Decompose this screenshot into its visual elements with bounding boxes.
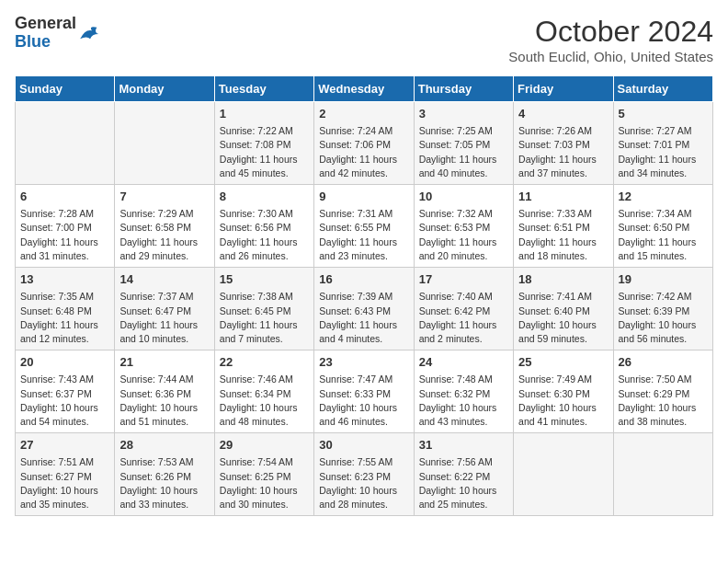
day-number: 5 bbox=[619, 106, 708, 122]
calendar-cell: 27Sunrise: 7:51 AM Sunset: 6:27 PM Dayli… bbox=[16, 433, 115, 516]
day-number: 25 bbox=[518, 354, 608, 371]
calendar-week-row: 20Sunrise: 7:43 AM Sunset: 6:37 PM Dayli… bbox=[16, 350, 713, 433]
cell-content: Sunrise: 7:54 AM Sunset: 6:25 PM Dayligh… bbox=[220, 455, 309, 511]
calendar-cell: 31Sunrise: 7:56 AM Sunset: 6:22 PM Dayli… bbox=[414, 433, 513, 516]
calendar-cell: 12Sunrise: 7:34 AM Sunset: 6:50 PM Dayli… bbox=[613, 185, 712, 268]
day-number: 31 bbox=[419, 437, 508, 454]
calendar-cell: 11Sunrise: 7:33 AM Sunset: 6:51 PM Dayli… bbox=[514, 185, 613, 268]
calendar-cell: 30Sunrise: 7:55 AM Sunset: 6:23 PM Dayli… bbox=[314, 433, 414, 516]
logo-bird-icon bbox=[78, 24, 104, 42]
cell-content: Sunrise: 7:25 AM Sunset: 7:05 PM Dayligh… bbox=[419, 124, 508, 180]
cell-content: Sunrise: 7:28 AM Sunset: 7:00 PM Dayligh… bbox=[20, 207, 109, 263]
calendar-day-header: Monday bbox=[115, 76, 214, 102]
calendar-day-header: Tuesday bbox=[214, 76, 313, 102]
calendar-day-header: Friday bbox=[514, 76, 613, 102]
calendar-cell: 10Sunrise: 7:32 AM Sunset: 6:53 PM Dayli… bbox=[414, 185, 513, 268]
day-number: 21 bbox=[119, 354, 209, 371]
calendar-cell: 9Sunrise: 7:31 AM Sunset: 6:55 PM Daylig… bbox=[314, 185, 414, 268]
day-number: 2 bbox=[319, 106, 408, 122]
calendar-cell: 17Sunrise: 7:40 AM Sunset: 6:42 PM Dayli… bbox=[414, 268, 513, 350]
calendar-cell: 15Sunrise: 7:38 AM Sunset: 6:45 PM Dayli… bbox=[214, 268, 313, 350]
calendar-cell: 18Sunrise: 7:41 AM Sunset: 6:40 PM Dayli… bbox=[514, 268, 613, 350]
logo: General Blue bbox=[15, 15, 104, 52]
cell-content: Sunrise: 7:39 AM Sunset: 6:43 PM Dayligh… bbox=[319, 290, 408, 346]
cell-content: Sunrise: 7:37 AM Sunset: 6:47 PM Dayligh… bbox=[119, 290, 209, 346]
day-number: 29 bbox=[220, 437, 309, 454]
cell-content: Sunrise: 7:34 AM Sunset: 6:50 PM Dayligh… bbox=[619, 207, 708, 263]
cell-content: Sunrise: 7:22 AM Sunset: 7:08 PM Dayligh… bbox=[220, 124, 309, 180]
calendar-week-row: 6Sunrise: 7:28 AM Sunset: 7:00 PM Daylig… bbox=[16, 185, 713, 268]
calendar-cell: 28Sunrise: 7:53 AM Sunset: 6:26 PM Dayli… bbox=[115, 433, 214, 516]
calendar-cell: 13Sunrise: 7:35 AM Sunset: 6:48 PM Dayli… bbox=[16, 268, 115, 350]
title-block: October 2024 South Euclid, Ohio, United … bbox=[508, 15, 713, 64]
day-number: 9 bbox=[319, 189, 408, 205]
cell-content: Sunrise: 7:24 AM Sunset: 7:06 PM Dayligh… bbox=[319, 124, 408, 180]
day-number: 18 bbox=[518, 271, 608, 288]
day-number: 6 bbox=[20, 189, 109, 205]
calendar-cell: 24Sunrise: 7:48 AM Sunset: 6:32 PM Dayli… bbox=[414, 350, 513, 433]
cell-content: Sunrise: 7:41 AM Sunset: 6:40 PM Dayligh… bbox=[518, 290, 608, 346]
cell-content: Sunrise: 7:49 AM Sunset: 6:30 PM Dayligh… bbox=[518, 373, 608, 429]
calendar-cell: 21Sunrise: 7:44 AM Sunset: 6:36 PM Dayli… bbox=[115, 350, 214, 433]
calendar-week-row: 27Sunrise: 7:51 AM Sunset: 6:27 PM Dayli… bbox=[16, 433, 713, 516]
calendar-day-header: Saturday bbox=[613, 76, 712, 102]
calendar-cell: 26Sunrise: 7:50 AM Sunset: 6:29 PM Dayli… bbox=[613, 350, 712, 433]
calendar-table: SundayMondayTuesdayWednesdayThursdayFrid… bbox=[15, 75, 713, 516]
day-number: 12 bbox=[619, 189, 708, 205]
calendar-cell: 6Sunrise: 7:28 AM Sunset: 7:00 PM Daylig… bbox=[16, 185, 115, 268]
cell-content: Sunrise: 7:46 AM Sunset: 6:34 PM Dayligh… bbox=[220, 373, 309, 429]
cell-content: Sunrise: 7:48 AM Sunset: 6:32 PM Dayligh… bbox=[419, 373, 508, 429]
day-number: 23 bbox=[319, 354, 408, 371]
cell-content: Sunrise: 7:27 AM Sunset: 7:01 PM Dayligh… bbox=[619, 124, 708, 180]
location-title: South Euclid, Ohio, United States bbox=[508, 49, 713, 64]
page-header: General Blue October 2024 South Euclid, … bbox=[15, 15, 713, 64]
cell-content: Sunrise: 7:43 AM Sunset: 6:37 PM Dayligh… bbox=[20, 373, 109, 429]
day-number: 7 bbox=[119, 189, 209, 205]
day-number: 13 bbox=[20, 271, 109, 288]
day-number: 8 bbox=[220, 189, 309, 205]
calendar-cell: 14Sunrise: 7:37 AM Sunset: 6:47 PM Dayli… bbox=[115, 268, 214, 350]
day-number: 4 bbox=[518, 106, 608, 122]
logo-general-text: General bbox=[15, 14, 76, 32]
cell-content: Sunrise: 7:53 AM Sunset: 6:26 PM Dayligh… bbox=[119, 455, 209, 511]
cell-content: Sunrise: 7:40 AM Sunset: 6:42 PM Dayligh… bbox=[419, 290, 508, 346]
calendar-cell: 5Sunrise: 7:27 AM Sunset: 7:01 PM Daylig… bbox=[613, 102, 712, 185]
calendar-cell: 8Sunrise: 7:30 AM Sunset: 6:56 PM Daylig… bbox=[214, 185, 313, 268]
calendar-cell: 4Sunrise: 7:26 AM Sunset: 7:03 PM Daylig… bbox=[514, 102, 613, 185]
cell-content: Sunrise: 7:42 AM Sunset: 6:39 PM Dayligh… bbox=[619, 290, 708, 346]
cell-content: Sunrise: 7:50 AM Sunset: 6:29 PM Dayligh… bbox=[619, 373, 708, 429]
calendar-cell: 19Sunrise: 7:42 AM Sunset: 6:39 PM Dayli… bbox=[613, 268, 712, 350]
day-number: 16 bbox=[319, 271, 408, 288]
day-number: 22 bbox=[220, 354, 309, 371]
calendar-cell bbox=[514, 433, 613, 516]
cell-content: Sunrise: 7:35 AM Sunset: 6:48 PM Dayligh… bbox=[20, 290, 109, 346]
cell-content: Sunrise: 7:51 AM Sunset: 6:27 PM Dayligh… bbox=[20, 455, 109, 511]
cell-content: Sunrise: 7:33 AM Sunset: 6:51 PM Dayligh… bbox=[518, 207, 608, 263]
calendar-cell: 7Sunrise: 7:29 AM Sunset: 6:58 PM Daylig… bbox=[115, 185, 214, 268]
day-number: 28 bbox=[119, 437, 209, 454]
calendar-cell: 2Sunrise: 7:24 AM Sunset: 7:06 PM Daylig… bbox=[314, 102, 414, 185]
calendar-cell: 29Sunrise: 7:54 AM Sunset: 6:25 PM Dayli… bbox=[214, 433, 313, 516]
cell-content: Sunrise: 7:55 AM Sunset: 6:23 PM Dayligh… bbox=[319, 455, 408, 511]
cell-content: Sunrise: 7:26 AM Sunset: 7:03 PM Dayligh… bbox=[518, 124, 608, 180]
day-number: 14 bbox=[119, 271, 209, 288]
day-number: 15 bbox=[220, 271, 309, 288]
calendar-day-header: Thursday bbox=[414, 76, 513, 102]
cell-content: Sunrise: 7:31 AM Sunset: 6:55 PM Dayligh… bbox=[319, 207, 408, 263]
calendar-cell: 16Sunrise: 7:39 AM Sunset: 6:43 PM Dayli… bbox=[314, 268, 414, 350]
calendar-cell: 22Sunrise: 7:46 AM Sunset: 6:34 PM Dayli… bbox=[214, 350, 313, 433]
calendar-week-row: 1Sunrise: 7:22 AM Sunset: 7:08 PM Daylig… bbox=[16, 102, 713, 185]
cell-content: Sunrise: 7:32 AM Sunset: 6:53 PM Dayligh… bbox=[419, 207, 508, 263]
day-number: 19 bbox=[619, 271, 708, 288]
month-title: October 2024 bbox=[508, 15, 713, 49]
calendar-cell: 1Sunrise: 7:22 AM Sunset: 7:08 PM Daylig… bbox=[214, 102, 313, 185]
day-number: 20 bbox=[20, 354, 109, 371]
calendar-day-header: Sunday bbox=[16, 76, 115, 102]
cell-content: Sunrise: 7:44 AM Sunset: 6:36 PM Dayligh… bbox=[119, 373, 209, 429]
calendar-cell: 20Sunrise: 7:43 AM Sunset: 6:37 PM Dayli… bbox=[16, 350, 115, 433]
day-number: 3 bbox=[419, 106, 508, 122]
calendar-cell bbox=[115, 102, 214, 185]
cell-content: Sunrise: 7:38 AM Sunset: 6:45 PM Dayligh… bbox=[220, 290, 309, 346]
calendar-cell: 25Sunrise: 7:49 AM Sunset: 6:30 PM Dayli… bbox=[514, 350, 613, 433]
cell-content: Sunrise: 7:56 AM Sunset: 6:22 PM Dayligh… bbox=[419, 455, 508, 511]
